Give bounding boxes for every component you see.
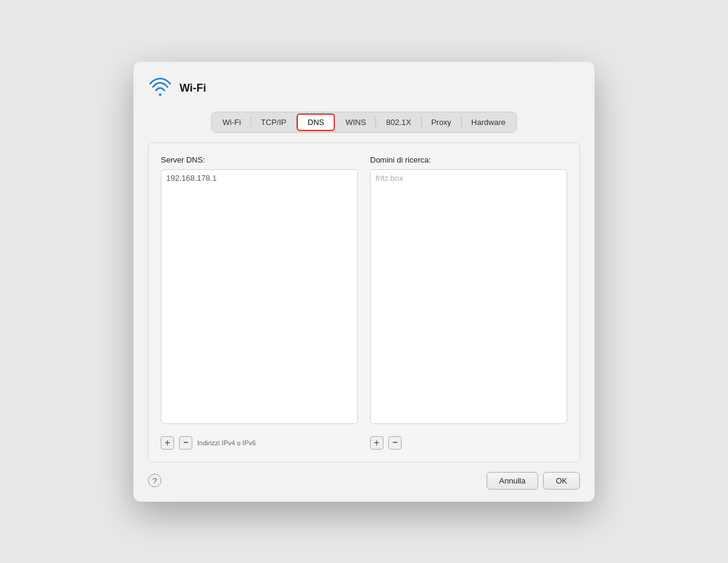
dns-servers-listbox[interactable]: 192.168.178.1 bbox=[161, 169, 358, 424]
settings-dialog: Wi-Fi Wi-Fi TCP/IP DNS WINS 802.1X Proxy… bbox=[133, 62, 595, 502]
domains-controls: + − bbox=[370, 436, 567, 450]
dns-hint: Indirizzi IPv4 o IPv6 bbox=[197, 439, 256, 447]
ok-button[interactable]: OK bbox=[543, 472, 580, 490]
wifi-icon bbox=[148, 76, 172, 101]
dns-remove-button[interactable]: − bbox=[179, 436, 192, 450]
tabs-container: Wi-Fi TCP/IP DNS WINS 802.1X Proxy Hardw… bbox=[211, 112, 517, 133]
tab-wifi[interactable]: Wi-Fi bbox=[213, 113, 251, 131]
content-area: Server DNS: 192.168.178.1 Domini di rice… bbox=[148, 143, 580, 462]
controls-row: + − Indirizzi IPv4 o IPv6 + − bbox=[161, 436, 567, 450]
help-button[interactable]: ? bbox=[148, 474, 161, 487]
search-domains-label: Domini di ricerca: bbox=[370, 155, 567, 164]
tab-wins[interactable]: WINS bbox=[335, 113, 376, 131]
dns-add-button[interactable]: + bbox=[161, 436, 174, 450]
search-domains-listbox[interactable]: fritz.box bbox=[370, 169, 567, 424]
tabs-bar: Wi-Fi TCP/IP DNS WINS 802.1X Proxy Hardw… bbox=[148, 112, 580, 133]
dns-servers-label: Server DNS: bbox=[161, 155, 358, 164]
footer-buttons: Annulla OK bbox=[487, 472, 580, 490]
search-domain-placeholder: fritz.box bbox=[376, 174, 403, 183]
domains-add-button[interactable]: + bbox=[370, 436, 383, 450]
svg-point-0 bbox=[159, 93, 161, 96]
search-domains-panel: Domini di ricerca: fritz.box bbox=[370, 155, 567, 424]
tab-proxy[interactable]: Proxy bbox=[422, 113, 461, 131]
dns-server-entry: 192.168.178.1 bbox=[166, 174, 217, 183]
tab-hardware[interactable]: Hardware bbox=[462, 113, 515, 131]
dns-servers-panel: Server DNS: 192.168.178.1 bbox=[161, 155, 358, 424]
cancel-button[interactable]: Annulla bbox=[487, 472, 538, 490]
dialog-title: Wi-Fi bbox=[180, 82, 206, 95]
dialog-header: Wi-Fi bbox=[148, 76, 580, 101]
domains-remove-button[interactable]: − bbox=[388, 436, 402, 450]
tab-dns[interactable]: DNS bbox=[297, 113, 335, 131]
tab-tcpip[interactable]: TCP/IP bbox=[251, 113, 296, 131]
tab-8021x[interactable]: 802.1X bbox=[376, 113, 420, 131]
panels-row: Server DNS: 192.168.178.1 Domini di rice… bbox=[161, 155, 567, 424]
dialog-footer: ? Annulla OK bbox=[148, 472, 580, 490]
dns-servers-controls: + − Indirizzi IPv4 o IPv6 bbox=[161, 436, 358, 450]
